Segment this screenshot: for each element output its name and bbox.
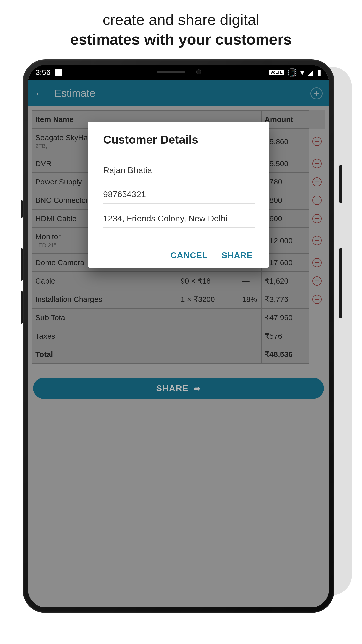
dialog-share-button[interactable]: SHARE [221,250,253,260]
vibrate-icon: 📳 [288,68,297,77]
customer-name-field[interactable]: Rajan Bhatia [103,160,255,179]
promo-line2: estimates with your customers [70,31,292,48]
customer-address-field[interactable]: 1234, Friends Colony, New Delhi [103,209,255,228]
battery-icon: ▮ [317,68,321,77]
customer-details-dialog: Customer Details Rajan Bhatia 987654321 … [88,122,269,268]
picture-icon [55,69,62,76]
customer-phone-field[interactable]: 987654321 [103,184,255,204]
wifi-icon: ▾ [300,68,304,77]
dialog-title: Customer Details [103,133,255,146]
phone-frame: 3:56 VoLTE 📳 ▾ ◢ ▮ ← Estimate + [23,59,334,613]
status-time: 3:56 [36,68,50,77]
volte-icon: VoLTE [269,70,284,75]
signal-icon: ◢ [308,68,313,77]
promo-headline: create and share digital estimates with … [0,0,362,54]
cancel-button[interactable]: CANCEL [170,250,208,260]
promo-line1: create and share digital [103,11,259,28]
phone-notch [118,65,239,79]
